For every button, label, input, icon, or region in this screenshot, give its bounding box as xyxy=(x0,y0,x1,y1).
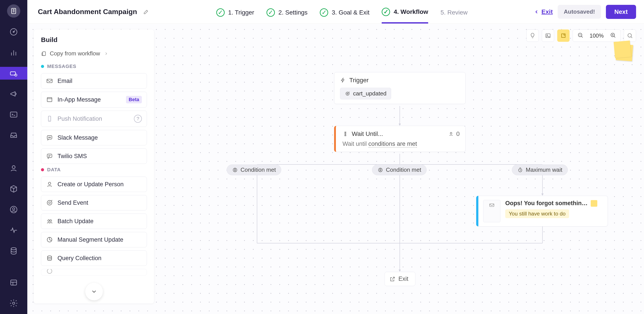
step-label: 3. Goal & Exit xyxy=(332,9,369,16)
trigger-title: Trigger xyxy=(349,77,369,84)
step-goal-exit[interactable]: ✓ 3. Goal & Exit xyxy=(320,0,369,23)
svg-rect-32 xyxy=(47,154,52,158)
svg-point-29 xyxy=(48,137,49,138)
svg-rect-22 xyxy=(43,52,46,55)
nav-rail xyxy=(0,0,27,314)
step-review[interactable]: 5. Review xyxy=(440,0,468,23)
image-button[interactable] xyxy=(542,29,554,42)
trigger-node[interactable]: Trigger cart_updated xyxy=(334,72,466,104)
step-settings[interactable]: ✓ 2. Settings xyxy=(266,0,308,23)
rail-layout-icon[interactable] xyxy=(0,276,27,289)
block-twilio[interactable]: Twilio SMS xyxy=(41,149,147,164)
svg-point-68 xyxy=(450,132,452,134)
block-create-person[interactable]: Create or Update Person xyxy=(41,176,147,192)
block-label: Send Event xyxy=(58,199,88,206)
app-logo[interactable] xyxy=(7,4,20,17)
svg-rect-23 xyxy=(47,79,52,83)
header-actions: Exit Autosaved! Next xyxy=(534,5,636,19)
rail-broadcast-icon[interactable] xyxy=(0,88,27,100)
step-trigger[interactable]: ✓ 1. Trigger xyxy=(216,0,254,23)
rail-inbox-icon[interactable] xyxy=(0,129,27,142)
check-icon: ✓ xyxy=(382,8,390,16)
search-button[interactable] xyxy=(624,29,636,42)
wizard-steps: ✓ 1. Trigger ✓ 2. Settings ✓ 3. Goal & E… xyxy=(216,0,468,23)
email-node[interactable]: Oops! You forgot somethin… You still hav… xyxy=(476,196,608,226)
svg-marker-57 xyxy=(399,124,401,126)
block-more[interactable] xyxy=(41,269,147,276)
block-manual-segment[interactable]: Manual Segment Update xyxy=(41,232,147,247)
scroll-down-button[interactable] xyxy=(85,283,103,300)
beta-badge: Beta xyxy=(126,96,142,103)
svg-point-15 xyxy=(10,206,17,213)
block-send-event[interactable]: Send Event xyxy=(41,195,147,210)
block-label: Email xyxy=(58,78,72,84)
rail-segment-icon[interactable] xyxy=(0,203,27,216)
wait-node[interactable]: Wait Until... 0 Wait until conditions ar… xyxy=(334,126,466,152)
svg-point-54 xyxy=(628,34,632,37)
rail-people-icon[interactable] xyxy=(0,162,27,174)
rail-campaigns-icon[interactable] xyxy=(0,67,27,80)
campaign-title: Cart Abandonment Campaign xyxy=(38,8,137,16)
check-icon: ✓ xyxy=(216,8,225,17)
rail-terminal-icon[interactable] xyxy=(0,108,27,121)
dot-icon xyxy=(41,65,44,68)
rail-box-icon[interactable] xyxy=(0,182,27,195)
next-button[interactable]: Next xyxy=(606,5,636,19)
exit-label: Exit xyxy=(541,8,552,15)
exit-node[interactable]: Exit xyxy=(384,272,416,286)
svg-point-35 xyxy=(48,182,51,185)
email-title: Oops! You forgot somethin… xyxy=(505,200,588,207)
wait-title: Wait Until... xyxy=(352,130,383,138)
exit-node-label: Exit xyxy=(398,276,408,282)
copy-from-workflow[interactable]: Copy from workflow xyxy=(41,50,147,57)
block-label: Manual Segment Update xyxy=(58,236,123,243)
block-email[interactable]: Email xyxy=(41,73,147,89)
help-icon[interactable]: ? xyxy=(134,115,142,123)
svg-rect-11 xyxy=(10,112,17,117)
branch-max-wait[interactable]: Maximum wait xyxy=(512,164,568,175)
rail-dashboard-icon[interactable] xyxy=(0,25,27,38)
section-messages: MESSAGES xyxy=(41,64,147,69)
rail-activity-icon[interactable] xyxy=(0,224,27,237)
exit-link[interactable]: Exit xyxy=(534,8,552,15)
copy-label: Copy from workflow xyxy=(50,50,100,57)
branch-label: Condition met xyxy=(386,166,421,173)
workflow-canvas[interactable]: Build Copy from workflow MESSAGES Email … xyxy=(27,24,644,314)
rail-database-icon[interactable] xyxy=(0,245,27,257)
svg-line-51 xyxy=(614,36,615,38)
edit-title-button[interactable] xyxy=(142,8,150,16)
zoom-level: 100% xyxy=(588,32,606,39)
block-inapp[interactable]: In-App Message Beta xyxy=(41,92,147,108)
block-label: Twilio SMS xyxy=(58,153,87,160)
zoom-controls: 100% xyxy=(573,29,621,42)
branch-condition-left[interactable]: Condition met xyxy=(227,164,281,175)
branch-label: Maximum wait xyxy=(526,166,562,173)
email-warning-badge: You still have work to do xyxy=(505,209,569,218)
block-push[interactable]: Push Notification ? xyxy=(41,111,147,127)
svg-point-67 xyxy=(347,93,348,94)
tips-button[interactable] xyxy=(526,29,539,42)
block-label: Create or Update Person xyxy=(58,181,124,188)
dot-icon xyxy=(41,168,44,171)
block-query-collection[interactable]: Query Collection xyxy=(41,250,147,266)
svg-point-45 xyxy=(547,35,548,36)
zoom-out-button[interactable] xyxy=(576,32,585,39)
note-icon xyxy=(591,200,597,207)
svg-point-66 xyxy=(346,92,349,95)
block-batch-update[interactable]: Batch Update xyxy=(41,213,147,229)
svg-rect-18 xyxy=(11,280,17,285)
note-button[interactable] xyxy=(557,29,570,42)
step-workflow[interactable]: ✓ 4. Workflow xyxy=(382,0,428,23)
zoom-in-button[interactable] xyxy=(608,32,618,39)
block-slack[interactable]: Slack Message xyxy=(41,130,147,145)
rail-analytics-icon[interactable] xyxy=(0,46,27,59)
sticky-note-icon[interactable] xyxy=(616,44,633,61)
svg-point-13 xyxy=(12,165,15,168)
svg-point-16 xyxy=(12,208,15,210)
block-label: In-App Message xyxy=(58,96,101,103)
section-data: DATA xyxy=(41,167,147,173)
trigger-event-chip[interactable]: cart_updated xyxy=(340,88,391,99)
svg-point-31 xyxy=(50,137,51,138)
rail-settings-icon[interactable] xyxy=(0,297,27,310)
branch-condition-mid[interactable]: Condition met xyxy=(372,164,426,175)
